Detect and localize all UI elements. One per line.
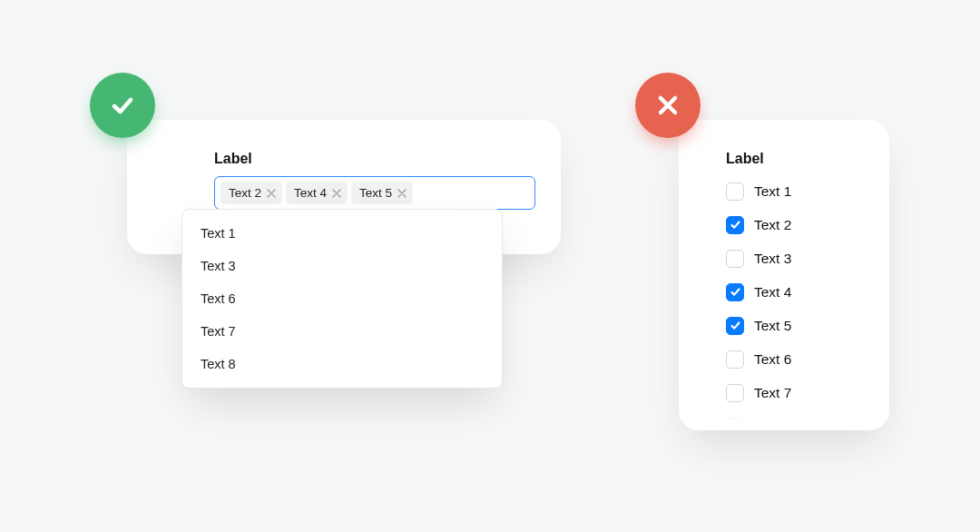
remove-tag-icon[interactable] <box>266 188 276 198</box>
checkbox-label: Text 6 <box>754 351 791 368</box>
selected-tag[interactable]: Text 5 <box>351 182 413 204</box>
checkbox[interactable] <box>726 317 744 335</box>
overflow-fade <box>679 403 889 430</box>
remove-tag-icon[interactable] <box>331 188 341 198</box>
do-badge <box>90 73 155 138</box>
checkbox[interactable] <box>726 216 744 234</box>
dropdown-option[interactable]: Text 6 <box>182 282 502 315</box>
dropdown-option[interactable]: Text 3 <box>182 250 502 282</box>
checkbox[interactable] <box>726 182 744 201</box>
tag-label: Text 4 <box>294 186 327 200</box>
remove-tag-icon[interactable] <box>397 188 407 198</box>
checkbox-label: Text 3 <box>754 251 791 267</box>
x-icon <box>654 92 681 119</box>
checkbox-label: Text 1 <box>754 183 791 200</box>
selected-tag[interactable]: Text 2 <box>220 182 282 204</box>
checkbox[interactable] <box>726 350 744 369</box>
checkbox-row[interactable]: Text 2 <box>726 208 860 241</box>
dropdown-option[interactable]: Text 7 <box>182 315 502 348</box>
checkbox[interactable] <box>726 283 744 301</box>
tag-multiselect-input[interactable]: Text 2 Text 4 Text 5 <box>214 176 535 210</box>
tag-dropdown-list[interactable]: Text 1 Text 3 Text 6 Text 7 Text 8 <box>181 209 503 389</box>
checkbox[interactable] <box>726 384 744 402</box>
selected-tag[interactable]: Text 4 <box>286 182 348 204</box>
checkbox-row[interactable]: Text 5 <box>726 309 860 342</box>
checkbox-list: Text 1 Text 2 Text 3 Text 4 Text 5 Text … <box>726 174 860 430</box>
check-icon <box>107 90 138 121</box>
tag-label: Text 2 <box>229 186 261 200</box>
do-field-label: Label <box>214 151 528 167</box>
checkbox-label: Text 2 <box>754 217 791 233</box>
dropdown-option[interactable]: Text 1 <box>182 217 502 250</box>
checkbox-row[interactable]: Text 6 <box>726 342 860 376</box>
tag-label: Text 5 <box>359 186 392 200</box>
checkbox-row[interactable]: Text 4 <box>726 275 860 309</box>
dont-field-label: Label <box>726 151 860 167</box>
dont-badge <box>635 73 701 138</box>
checkbox[interactable] <box>726 250 744 268</box>
checkbox-row[interactable]: Text 3 <box>726 241 860 275</box>
dropdown-option[interactable]: Text 8 <box>182 348 502 380</box>
dont-example-card: Label Text 1 Text 2 Text 3 Text 4 Text 5… <box>679 120 889 430</box>
checkbox-label: Text 5 <box>754 318 791 334</box>
checkbox-label: Text 4 <box>754 284 791 300</box>
checkbox-row[interactable]: Text 1 <box>726 174 860 208</box>
checkbox-label: Text 7 <box>754 385 791 401</box>
